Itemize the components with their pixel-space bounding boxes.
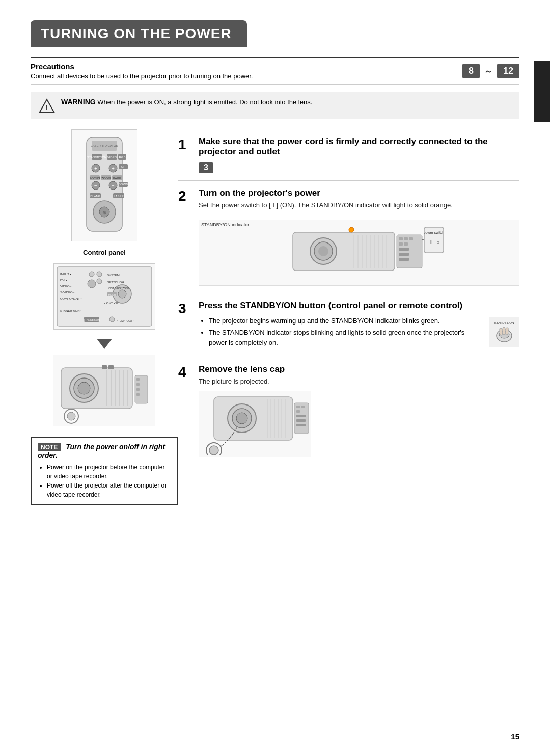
svg-text:•TEMP •LAMP: •TEMP •LAMP [117, 319, 134, 322]
svg-text:LASER: LASER [114, 195, 124, 198]
step-2-diagram: STANDBY/ON indicator [199, 215, 519, 286]
svg-text:DVI •: DVI • [60, 279, 67, 282]
svg-text:S-VIDEO •: S-VIDEO • [60, 291, 74, 294]
step-1-ref: 3 [199, 162, 213, 173]
svg-text:HOST  BACK  ZONE: HOST BACK ZONE [107, 287, 130, 290]
svg-rect-131 [296, 424, 306, 426]
page-range-tilde: ～ [484, 65, 493, 77]
svg-text:power switch: power switch [424, 231, 445, 235]
svg-point-43 [89, 272, 94, 277]
svg-text:INPUT •: INPUT • [60, 273, 71, 276]
svg-text:SYSTEM: SYSTEM [107, 274, 120, 277]
svg-rect-79 [293, 232, 395, 271]
standby-on-button-illustration: STANDBY/ON [489, 317, 519, 347]
projector-small-illustration [53, 355, 155, 426]
step-3-section: 3 Press the STANDBY/ON button (control p… [178, 293, 519, 358]
svg-rect-98 [404, 242, 408, 246]
svg-text:○: ○ [436, 239, 439, 245]
step-2-content: Turn on the projector's power Set the po… [199, 188, 519, 286]
svg-text:STANDBY/ON: STANDBY/ON [494, 321, 514, 325]
step-2-projector-area: STANDBY/ON indicator [199, 215, 519, 286]
svg-text:!: ! [46, 103, 48, 112]
svg-rect-128 [296, 410, 300, 413]
svg-rect-126 [296, 406, 300, 408]
right-column: 1 Make sure that the power cord is firml… [178, 129, 519, 505]
page-range-start: 8 [462, 64, 480, 78]
svg-rect-97 [399, 242, 403, 246]
svg-rect-77 [136, 388, 140, 391]
svg-rect-112 [505, 328, 508, 335]
svg-point-124 [209, 446, 218, 455]
note-bullet-2: Power off the projector after the comput… [47, 481, 171, 499]
page-range-badge: 8 ～ 12 [462, 64, 519, 78]
svg-rect-99 [399, 248, 409, 251]
svg-text:ZOOM: ZOOM [101, 177, 111, 180]
precautions-text: Connect all devices to be used to the pr… [31, 72, 452, 80]
step-3-bullet-1: The projector begins warming up and the … [209, 316, 484, 326]
step-1-section: 1 Make sure that the power cord is firml… [178, 129, 519, 181]
svg-rect-94 [399, 237, 403, 240]
precautions-label: Precautions [31, 62, 452, 71]
svg-text:• ONT •JP: • ONT •JP [104, 302, 118, 305]
precautions-section: Precautions Connect all devices to be us… [31, 57, 519, 85]
control-panel-illustration: INPUT • DVI • VIDEO • S-VIDEO • COMPONEN… [53, 263, 155, 330]
svg-point-57 [109, 317, 115, 322]
page-range-end: 12 [497, 64, 519, 78]
step-3-number: 3 [178, 302, 193, 350]
step-3-bullets: The projector begins warming up and the … [201, 316, 484, 350]
svg-text:STANDBY/ON •: STANDBY/ON • [60, 309, 81, 312]
note-box: NOTE Turn the power on/off in right orde… [31, 437, 178, 505]
svg-rect-111 [503, 327, 505, 335]
svg-text:STANDBY/ON: STANDBY/ON [87, 156, 107, 159]
svg-rect-70 [102, 365, 107, 369]
step-4-title: Remove the lens cap [199, 364, 519, 374]
svg-point-63 [78, 382, 90, 394]
svg-text:UP: UP [121, 165, 125, 168]
svg-rect-101 [399, 258, 409, 261]
svg-text:⊕: ⊕ [102, 210, 106, 215]
step-3-bullet-2: The STANDBY/ON indicator stops blinking … [209, 328, 484, 347]
svg-point-92 [349, 227, 354, 232]
warning-label: WARNING [61, 98, 96, 106]
remote-control-illustration: LASER INDICATOR STANDBY/ON VIDEO RGB + +… [71, 129, 138, 241]
step-4-number: 4 [178, 365, 193, 457]
svg-text:NETTOUOH: NETTOUOH [107, 281, 124, 284]
svg-rect-129 [296, 415, 306, 417]
precautions-left: Precautions Connect all devices to be us… [31, 62, 452, 80]
warning-body: When the power is ON, a strong light is … [97, 98, 312, 106]
warning-text: WARNING When the power is ON, a strong l… [61, 97, 312, 107]
svg-rect-127 [301, 406, 305, 408]
arrow-down-icon [94, 335, 115, 350]
svg-text:+: + [112, 166, 115, 171]
step-1-title: Make sure that the power cord is firmly … [199, 137, 519, 157]
step-1-number: 1 [178, 138, 193, 173]
note-header: NOTE Turn the power on/off in right orde… [38, 443, 171, 460]
svg-text:VIDEO: VIDEO [107, 156, 117, 159]
chapter-tab [534, 61, 550, 122]
note-label: NOTE [38, 443, 61, 451]
svg-rect-95 [404, 237, 408, 240]
svg-point-50 [118, 290, 126, 298]
step-1-content: Make sure that the power cord is firmly … [199, 137, 519, 173]
svg-rect-75 [136, 378, 140, 381]
control-panel-label: Control panel [83, 249, 126, 256]
step-4-section: 4 Remove the lens cap The picture is pro… [178, 357, 519, 464]
step-3-title: Press the STANDBY/ON button (control pan… [199, 301, 519, 311]
page-title-bar: TURNING ON THE POWER [31, 20, 247, 47]
svg-text:BLANK: BLANK [90, 195, 100, 198]
left-column: LASER INDICATOR STANDBY/ON VIDEO RGB + +… [31, 129, 178, 505]
step-2-number: 2 [178, 189, 193, 286]
svg-rect-71 [108, 365, 114, 369]
svg-point-46 [88, 280, 96, 288]
svg-point-47 [97, 279, 102, 284]
note-bullets-list: Power on the projector before the comput… [40, 463, 171, 499]
svg-text:MENU: MENU [108, 293, 116, 296]
main-content: LASER INDICATOR STANDBY/ON VIDEO RGB + +… [31, 129, 519, 505]
svg-text:FOCUS: FOCUS [90, 177, 100, 180]
svg-text:I: I [430, 239, 432, 245]
svg-text:COMPONENT •: COMPONENT • [60, 297, 82, 300]
svg-text:VIDEO •: VIDEO • [60, 285, 71, 288]
page-title: TURNING ON THE POWER [41, 25, 232, 42]
svg-rect-110 [499, 328, 502, 335]
standby-indicator-label: STANDBY/ON indicator [201, 222, 249, 227]
